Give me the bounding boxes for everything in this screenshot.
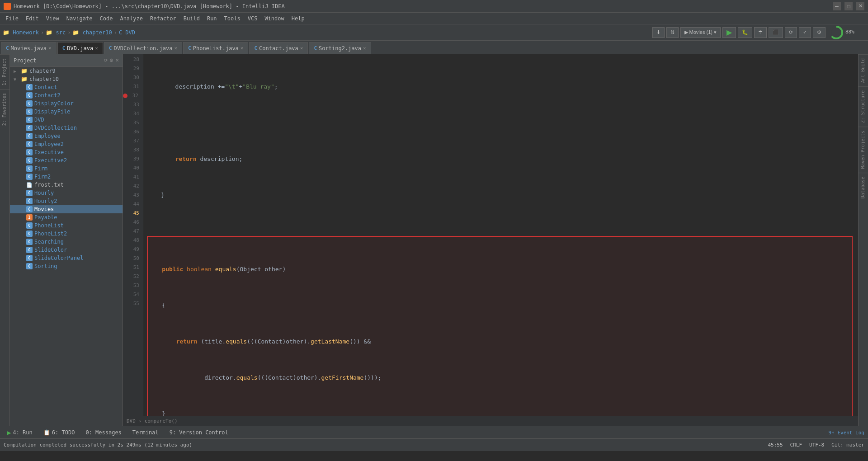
- sidebar-item-phonelist2[interactable]: C PhoneList2: [10, 230, 123, 238]
- run-tab-terminal[interactable]: Terminal: [129, 426, 162, 439]
- tab-phonelist-java[interactable]: C PhoneList.java ✕: [183, 42, 248, 54]
- sidebar-item-contact[interactable]: C Contact: [10, 83, 123, 91]
- coverage-button[interactable]: ☂: [754, 27, 767, 38]
- sidebar-gear-btn[interactable]: ⚙: [109, 58, 113, 63]
- maximize-button[interactable]: □: [844, 2, 853, 10]
- sidebar-item-dvdcollection[interactable]: C DVDCollection: [10, 124, 123, 132]
- sidebar-item-hourly2[interactable]: C Hourly2: [10, 197, 123, 205]
- breadcrumb-homework[interactable]: 📁 Homework: [3, 29, 39, 36]
- code-content[interactable]: description +="\t"+"Blu-ray"; return des…: [143, 54, 858, 416]
- menu-help[interactable]: Help: [288, 13, 308, 24]
- close-button[interactable]: ✕: [856, 2, 864, 10]
- favorites-tab[interactable]: 2: Favorites: [0, 89, 10, 129]
- project-tab[interactable]: 1: Project: [0, 54, 10, 89]
- sidebar-item-executive[interactable]: C Executive: [10, 148, 123, 156]
- sidebar-item-movies[interactable]: C Movies: [10, 205, 123, 213]
- code-line-34: return (title.equals(((Contact)other).ge…: [148, 337, 852, 346]
- menu-analyze[interactable]: Analyze: [116, 13, 146, 24]
- menu-vcs[interactable]: VCS: [244, 13, 261, 24]
- sidebar-item-sorting[interactable]: C Sorting: [10, 262, 123, 270]
- breadcrumb-dvd[interactable]: C DVD: [119, 29, 135, 36]
- run-tab-todo[interactable]: 📋 6: TODO: [40, 426, 79, 439]
- code-editor[interactable]: 28 29 30 31 32 33 34 35 36 37 38 39 40 4…: [123, 54, 858, 426]
- toolbar-breadcrumb: 📁 Homework › 📁 src › 📁 chapter10 › C DVD: [3, 29, 135, 36]
- tab-close-phonelist[interactable]: ✕: [241, 45, 244, 51]
- sidebar-item-employee2[interactable]: C Employee2: [10, 140, 123, 148]
- tab-close-movies[interactable]: ✕: [48, 45, 52, 51]
- sidebar-header: Project ⟳ ⚙ ✕: [10, 54, 123, 67]
- menu-tools[interactable]: Tools: [221, 13, 244, 24]
- class-icon: C: [26, 165, 33, 172]
- menu-file[interactable]: File: [2, 13, 22, 24]
- tab-close-dvdcollection[interactable]: ✕: [174, 45, 177, 51]
- tab-close-dvd[interactable]: ✕: [95, 45, 98, 51]
- sidebar-item-dvd[interactable]: C DVD: [10, 116, 123, 124]
- sidebar-item-firm2[interactable]: C Firm2: [10, 173, 123, 181]
- status-message: Compilation completed successfully in 2s…: [4, 442, 192, 448]
- sidebar-hide-btn[interactable]: ✕: [115, 58, 119, 63]
- maven-tab[interactable]: Maven Projects: [859, 127, 868, 172]
- menu-edit[interactable]: Edit: [22, 13, 42, 24]
- tab-movies-java[interactable]: C Movies.java ✕: [1, 42, 57, 54]
- debug-button[interactable]: 🐛: [738, 27, 752, 38]
- sidebar-item-frost[interactable]: 📄 frost.txt: [10, 181, 123, 189]
- settings-button[interactable]: ⚙: [813, 27, 826, 38]
- sidebar-item-slidecolor[interactable]: C SlideColor: [10, 246, 123, 254]
- class-icon: C: [26, 149, 33, 155]
- sort-button[interactable]: ⇅: [666, 27, 679, 38]
- minimize-button[interactable]: ─: [833, 2, 841, 10]
- vcs-commit-button[interactable]: ✓: [799, 27, 811, 38]
- tab-contact-java[interactable]: C Contact.java ✕: [249, 42, 308, 54]
- tab-close-sorting2[interactable]: ✕: [363, 45, 366, 51]
- breadcrumb-src[interactable]: 📁 src: [46, 29, 66, 36]
- sidebar-item-executive2[interactable]: C Executive2: [10, 156, 123, 165]
- cursor-position: 45:55: [768, 442, 783, 448]
- tab-close-contact[interactable]: ✕: [300, 45, 303, 51]
- menu-run[interactable]: Run: [203, 13, 221, 24]
- tab-dvdcollection-java[interactable]: C DVDCollection.java ✕: [104, 42, 182, 54]
- sidebar-sync-btn[interactable]: ⟳: [104, 58, 108, 63]
- event-log[interactable]: 9↑ Event Log: [829, 429, 864, 436]
- sidebar-item-phonelist[interactable]: C PhoneList: [10, 221, 123, 230]
- menu-code[interactable]: Code: [96, 13, 117, 24]
- stop-button[interactable]: ⬛: [769, 27, 783, 38]
- sidebar-item-displayfile[interactable]: C DisplayFile: [10, 108, 123, 116]
- menu-view[interactable]: View: [42, 13, 63, 24]
- run-tab-run[interactable]: ▶ 4: Run: [4, 426, 36, 439]
- class-icon: C: [26, 230, 33, 237]
- window-controls: ─ □ ✕: [833, 2, 864, 10]
- sidebar-item-employee[interactable]: C Employee: [10, 132, 123, 140]
- breadcrumb-dvd-method: DVD › compareTo(): [127, 418, 178, 424]
- menu-navigate[interactable]: Navigate: [63, 13, 96, 24]
- sidebar-item-chapter10[interactable]: ▼ 📁 chapter10: [10, 75, 123, 83]
- sidebar-item-payable[interactable]: I Payable: [10, 213, 123, 221]
- download-button[interactable]: ⬇: [652, 27, 665, 38]
- breadcrumb-chapter10[interactable]: 📁 chapter10: [72, 29, 112, 36]
- structure-tab[interactable]: Z: Structure: [859, 86, 868, 127]
- sidebar-item-hourly[interactable]: C Hourly: [10, 189, 123, 197]
- sidebar-item-searching[interactable]: C Searching: [10, 238, 123, 246]
- run-tab-messages[interactable]: 0: Messages: [82, 426, 125, 439]
- run-tab-vcs[interactable]: 9: Version Control: [166, 426, 232, 439]
- menu-window[interactable]: Window: [261, 13, 288, 24]
- sidebar-item-slidecolorpanel[interactable]: C SlideColorPanel: [10, 254, 123, 262]
- vcs-update-button[interactable]: ⟳: [785, 27, 797, 38]
- class-icon: C: [26, 125, 33, 131]
- class-icon: C: [26, 174, 33, 180]
- run-button[interactable]: ▶: [722, 27, 736, 38]
- sidebar-title: Project: [14, 57, 37, 64]
- tab-dvd-java[interactable]: C DVD.java ✕: [57, 42, 103, 54]
- menu-refactor[interactable]: Refactor: [146, 13, 180, 24]
- sidebar-item-chapter9[interactable]: ▶ 📁 chapter9: [10, 67, 123, 75]
- class-icon: C: [26, 239, 33, 245]
- sidebar-item-firm[interactable]: C Firm: [10, 165, 123, 173]
- menu-build[interactable]: Build: [180, 13, 203, 24]
- ant-build-tab[interactable]: Ant Build: [859, 54, 868, 86]
- sidebar-item-contact2[interactable]: C Contact2: [10, 91, 123, 99]
- run-config-button[interactable]: ▶ Movies (1) ▾: [680, 27, 721, 38]
- tab-sorting2-java[interactable]: C Sorting2.java ✕: [309, 42, 371, 54]
- database-tab[interactable]: Database: [859, 173, 868, 202]
- right-tabs: Ant Build Z: Structure Maven Projects Da…: [858, 54, 868, 426]
- sidebar-item-displaycolor[interactable]: C DisplayColor: [10, 99, 123, 108]
- folder-icon: 📁: [21, 76, 28, 82]
